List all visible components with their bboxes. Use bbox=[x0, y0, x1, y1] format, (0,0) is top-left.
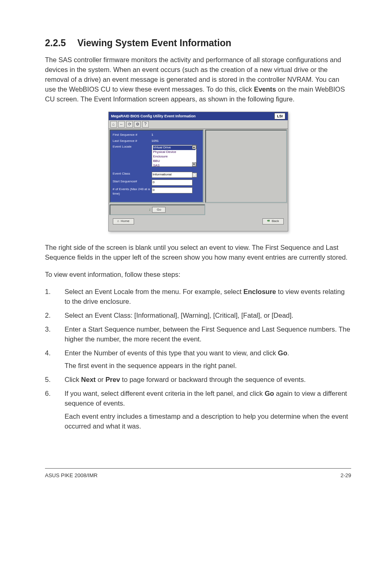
event-class-label: Event Class bbox=[113, 172, 152, 176]
first-seq-label: First Sequence # bbox=[113, 133, 152, 137]
window-titlebar: MegaRAID BIOS Config Utility Event Infor… bbox=[109, 112, 288, 120]
chevron-down-icon[interactable]: ▼ bbox=[192, 173, 197, 177]
last-seq-label: Last Sequence # bbox=[113, 139, 152, 144]
start-seq-label: Start Sequence# bbox=[113, 180, 152, 184]
go-button[interactable]: Go bbox=[152, 207, 166, 213]
step-3: Enter a Start Sequence number, between t… bbox=[45, 325, 351, 344]
step-6: If you want, select different event crit… bbox=[45, 389, 351, 431]
after-paragraph-1: The right side of the screen is blank un… bbox=[45, 243, 351, 263]
home-icon: ⌂ bbox=[117, 219, 119, 224]
home-icon[interactable]: ⌂ bbox=[110, 121, 117, 128]
window-title: MegaRAID BIOS Config Utility Event Infor… bbox=[111, 114, 196, 119]
intro-paragraph: The SAS controller firmware monitors the… bbox=[45, 55, 351, 104]
event-class-select[interactable]: Informational bbox=[152, 172, 193, 178]
steps-list: Select an Event Locale from the menu. Fo… bbox=[45, 287, 351, 431]
refresh-icon[interactable]: ⟳ bbox=[126, 121, 133, 128]
back-arrow-icon: ⯬ bbox=[267, 219, 270, 224]
toolbar: ⌂ ← ⟳ ⚙ ? bbox=[109, 120, 288, 129]
events-keyword: Events bbox=[254, 85, 276, 93]
footer-right: 2-29 bbox=[341, 472, 351, 479]
step-2: Select an Event Class: [Informational], … bbox=[45, 311, 351, 321]
after-paragraph-2: To view event information, follow these … bbox=[45, 270, 351, 280]
section-title: Viewing System Event Information bbox=[77, 38, 231, 48]
event-locale-label: Event Locale bbox=[113, 145, 152, 149]
first-seq-value: 1 bbox=[152, 133, 153, 137]
go-row: ↓Go bbox=[110, 204, 205, 215]
page-footer: ASUS PIKE 2008/IMR 2-29 bbox=[45, 468, 351, 479]
step-4: Enter the Number of events of this type … bbox=[45, 348, 351, 371]
scroll-down-icon[interactable]: ▼ bbox=[192, 162, 196, 166]
event-info-screenshot: MegaRAID BIOS Config Utility Event Infor… bbox=[108, 112, 288, 232]
back-button[interactable]: ⯬ Back bbox=[262, 218, 284, 224]
back-icon[interactable]: ← bbox=[118, 121, 125, 128]
left-panel: First Sequence # 1 Last Sequence # 1051 … bbox=[110, 130, 204, 203]
lsi-logo: LSI bbox=[274, 113, 285, 119]
section-number: 2.2.5 bbox=[45, 37, 66, 49]
section-heading: 2.2.5Viewing System Event Information bbox=[45, 37, 351, 49]
num-events-label: # of Events (Max 248 at a time) bbox=[113, 187, 152, 196]
home-button[interactable]: ⌂ Home bbox=[113, 218, 134, 224]
step-6-sub: Each event entry includes a timestamp an… bbox=[65, 412, 351, 431]
step-1: Select an Event Locale from the menu. Fo… bbox=[45, 287, 351, 307]
event-locale-list[interactable]: Virtual Drive Physical Device Enclosure … bbox=[152, 145, 197, 167]
step-5: Click Next or Prev to page forward or ba… bbox=[45, 375, 351, 385]
step-4-sub: The first event in the sequence appears … bbox=[65, 361, 351, 371]
last-seq-value: 1051 bbox=[152, 139, 159, 144]
scroll-up-icon[interactable]: ▲ bbox=[192, 145, 196, 149]
num-events-input[interactable]: 0 bbox=[152, 187, 193, 193]
go-arrow-icon: ↓ bbox=[149, 207, 151, 211]
right-panel bbox=[205, 130, 287, 203]
start-seq-input[interactable]: 0 bbox=[152, 180, 193, 186]
settings-icon[interactable]: ⚙ bbox=[134, 121, 141, 128]
footer-left: ASUS PIKE 2008/IMR bbox=[45, 472, 98, 479]
help-icon[interactable]: ? bbox=[142, 121, 149, 128]
